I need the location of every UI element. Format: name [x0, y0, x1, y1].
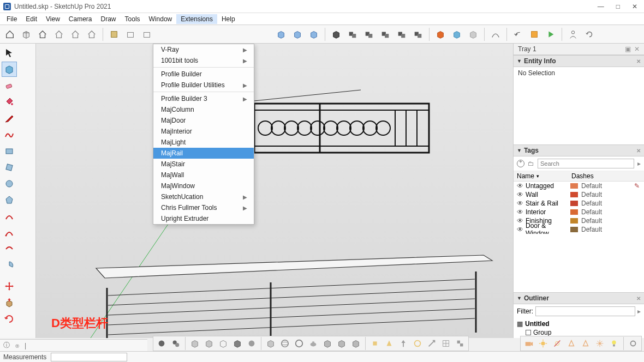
- outliner-child[interactable]: Group: [533, 329, 551, 336]
- cone-icon[interactable]: [580, 337, 592, 349]
- menu-item-profile-builder[interactable]: Profile Builder: [153, 69, 254, 80]
- window-maximize-button[interactable]: □: [616, 3, 620, 10]
- menu-view[interactable]: View: [41, 14, 64, 24]
- sun-icon[interactable]: [537, 337, 549, 349]
- toolbar-box-pair-icon-4[interactable]: [395, 28, 408, 41]
- menu-item-v-ray[interactable]: V-Ray▶: [153, 44, 254, 55]
- menu-edit[interactable]: Edit: [21, 14, 41, 24]
- btm-cube-icon[interactable]: [189, 337, 201, 349]
- outliner-tree[interactable]: ▦Untitled Group: [514, 318, 644, 338]
- visibility-eye-icon[interactable]: 👁: [517, 208, 526, 216]
- menu-item-sketchucation[interactable]: SketchUcation▶: [153, 191, 254, 202]
- tag-color-swatch[interactable]: [570, 209, 578, 215]
- outliner-header[interactable]: ▼ Outliner ✕: [514, 292, 644, 304]
- eraser-tool[interactable]: [2, 78, 17, 93]
- menu-item-majdoor[interactable]: MajDoor: [153, 115, 254, 126]
- toolbar-box-dark-icon[interactable]: [330, 28, 343, 41]
- person-icon[interactable]: ⍟: [15, 342, 19, 349]
- toolbar-box-icon-2[interactable]: [140, 28, 153, 41]
- tray-pin-icon[interactable]: ▣: [625, 45, 631, 53]
- toolbar-home-icon-3[interactable]: [69, 28, 82, 41]
- toolbar-text-icon[interactable]: [528, 28, 541, 41]
- menu-camera[interactable]: Camera: [64, 14, 97, 24]
- btm-arrow-icon[interactable]: [397, 337, 409, 349]
- btm-ring-icon[interactable]: [293, 337, 305, 349]
- tag-folder-icon[interactable]: 🗀: [528, 160, 534, 167]
- menu-item-majinterior[interactable]: MajInterior: [153, 126, 254, 137]
- btm-spot-icon[interactable]: [383, 337, 395, 349]
- toolbar-refresh-icon[interactable]: [583, 28, 596, 41]
- btm-sphere-icon[interactable]: [246, 337, 258, 349]
- tag-row[interactable]: 👁WallDefault: [514, 190, 644, 199]
- btm-checker-icon[interactable]: [454, 337, 466, 349]
- btm-icon[interactable]: [156, 337, 168, 349]
- paint-bucket-tool[interactable]: [2, 94, 17, 110]
- arc3-tool[interactable]: [2, 242, 17, 257]
- toolbar-new-button[interactable]: [3, 28, 16, 41]
- btm-cube-icon[interactable]: [350, 337, 362, 349]
- toolbar-undo-icon[interactable]: [511, 28, 524, 41]
- panel-close-icon[interactable]: ✕: [636, 148, 641, 154]
- menu-item-1001bit-tools[interactable]: 1001bit tools▶: [153, 55, 254, 66]
- measurements-input[interactable]: [51, 353, 127, 361]
- tag-color-swatch[interactable]: [570, 201, 578, 206]
- arc-tool[interactable]: [2, 209, 17, 224]
- menu-window[interactable]: Window: [145, 14, 177, 24]
- btm-grid-icon[interactable]: [440, 337, 452, 349]
- toolbar-cube-blue-icon-2[interactable]: [291, 28, 304, 41]
- rotated-rect-tool[interactable]: [2, 160, 17, 175]
- toolbar-home-icon-4[interactable]: [85, 28, 98, 41]
- panel-close-icon[interactable]: ✕: [636, 295, 641, 301]
- outliner-menu-icon[interactable]: ▸: [637, 307, 641, 315]
- toolbar-cube-blue-icon-3[interactable]: [307, 28, 320, 41]
- window-minimize-button[interactable]: —: [598, 3, 604, 10]
- menu-item-majcolumn[interactable]: MajColumn: [153, 104, 254, 115]
- btm-ring-icon[interactable]: [412, 337, 424, 349]
- menu-help[interactable]: Help: [217, 14, 240, 24]
- menu-item-profile-builder-utilities[interactable]: Profile Builder Utilities▶: [153, 80, 254, 90]
- visibility-eye-icon[interactable]: 👁: [517, 191, 526, 198]
- tag-row[interactable]: 👁InteriorDefault: [514, 208, 644, 216]
- btm-cube-icon[interactable]: [321, 337, 333, 349]
- info-icon[interactable]: ⓘ: [3, 341, 10, 350]
- menu-item-majlight[interactable]: MajLight: [153, 137, 254, 148]
- toolbar-blue-cube-icon[interactable]: [450, 28, 463, 41]
- tags-search-input[interactable]: [538, 159, 634, 168]
- toolbar-box-pair-icon-2[interactable]: [362, 28, 375, 41]
- tags-col-name[interactable]: Name: [517, 172, 534, 180]
- visibility-eye-icon[interactable]: 👁: [517, 217, 526, 225]
- btm-cube-icon[interactable]: [265, 337, 277, 349]
- edit-pencil-icon[interactable]: ✎: [634, 182, 641, 190]
- cube-tool[interactable]: [2, 62, 17, 77]
- menu-item-majwall[interactable]: MajWall: [153, 170, 254, 180]
- menu-item-majrail[interactable]: MajRail: [153, 148, 254, 159]
- toolbar-box-pair-icon-3[interactable]: [379, 28, 392, 41]
- tag-row[interactable]: 👁UntaggedDefault✎: [514, 182, 644, 190]
- btm-teapot-icon[interactable]: [307, 337, 319, 349]
- toolbar-component-icon[interactable]: [108, 28, 121, 41]
- tags-menu-icon[interactable]: ▸: [637, 160, 641, 167]
- tag-row[interactable]: 👁Stair & RailDefault: [514, 199, 644, 208]
- circle-tool[interactable]: [2, 176, 17, 191]
- move-tool[interactable]: [2, 279, 17, 294]
- toolbar-play-icon[interactable]: [544, 28, 557, 41]
- rectangle-tool[interactable]: [2, 143, 17, 159]
- toolbar-box-pair-icon[interactable]: [346, 28, 359, 41]
- toolbar-arc-icon[interactable]: [489, 28, 502, 41]
- sort-chevron-icon[interactable]: ▾: [536, 173, 539, 179]
- toolbar-cube-icon[interactable]: [20, 28, 33, 41]
- menu-tools[interactable]: Tools: [121, 14, 145, 24]
- arc2-tool[interactable]: [2, 225, 17, 240]
- settings-icon[interactable]: [627, 337, 639, 349]
- tag-color-swatch[interactable]: [570, 227, 578, 232]
- tag-color-swatch[interactable]: [570, 218, 578, 224]
- tags-col-dashes[interactable]: Dashes: [571, 172, 594, 180]
- toolbar-box-pair-icon-5[interactable]: [412, 28, 425, 41]
- menu-item-chris-fullmer-tools[interactable]: Chris Fullmer Tools▶: [153, 202, 254, 213]
- toolbar-cube-blue-icon[interactable]: [275, 28, 288, 41]
- pie-tool[interactable]: [2, 258, 17, 273]
- btm-sphere-icon[interactable]: [279, 337, 291, 349]
- btm-icon[interactable]: [170, 337, 182, 349]
- rotate-tool[interactable]: [2, 311, 17, 327]
- btm-cube-icon[interactable]: [336, 337, 348, 349]
